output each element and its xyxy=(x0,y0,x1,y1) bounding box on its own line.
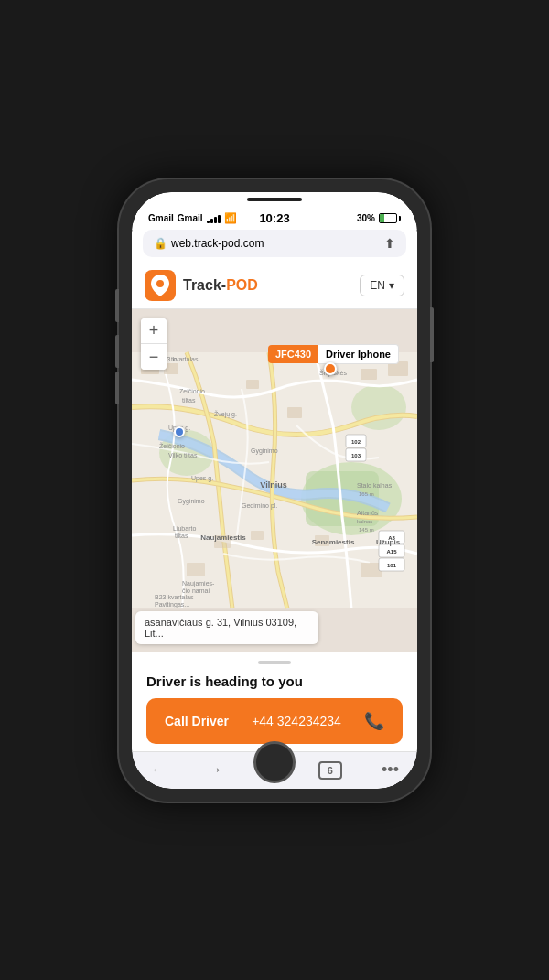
signal-bar-2 xyxy=(210,219,213,223)
svg-text:Gyginimo: Gyginimo xyxy=(251,447,278,455)
map-controls[interactable]: + − xyxy=(141,318,167,370)
svg-rect-11 xyxy=(287,407,302,418)
lang-label: EN xyxy=(370,279,385,292)
svg-text:tiltas: tiltas xyxy=(175,533,188,539)
svg-text:tiltas: tiltas xyxy=(182,397,196,404)
driver-name: Iphone xyxy=(358,349,391,360)
svg-text:Gedimino pl.: Gedimino pl. xyxy=(242,502,277,510)
svg-text:Upes g.: Upes g. xyxy=(191,475,213,482)
battery-indicator xyxy=(379,213,401,223)
svg-text:101: 101 xyxy=(387,563,397,568)
nav-tabs-badge[interactable]: 6 xyxy=(318,761,342,780)
zoom-out-button[interactable]: − xyxy=(141,344,167,370)
svg-text:kalnas: kalnas xyxy=(357,519,372,524)
svg-rect-14 xyxy=(187,563,205,576)
call-driver-number: +44 324234234 xyxy=(252,714,341,728)
address-tooltip: asanavičiaus g. 31, Vilnius 03109, Lit..… xyxy=(135,611,414,644)
logo-pod: POD xyxy=(226,277,258,293)
status-time: 10:23 xyxy=(259,211,289,225)
status-right: 30% xyxy=(357,213,401,223)
svg-text:Senamiestis: Senamiestis xyxy=(312,538,355,546)
svg-text:B23 kvartalas: B23 kvartalas xyxy=(155,594,194,600)
battery-body xyxy=(379,213,397,223)
svg-rect-10 xyxy=(246,380,259,389)
driver-label: Driver xyxy=(326,349,355,360)
logo-icon xyxy=(145,270,176,301)
url-text: 🔒 web.track-pod.com xyxy=(154,237,264,250)
signal-bar-3 xyxy=(214,217,217,223)
address-box: asanavičiaus g. 31, Vilnius 03109, Lit..… xyxy=(135,611,318,644)
svg-point-0 xyxy=(156,280,164,287)
tabs-count: 6 xyxy=(328,765,333,776)
svg-text:145 m: 145 m xyxy=(359,527,374,533)
svg-rect-9 xyxy=(361,369,377,380)
svg-text:Pavitingas...: Pavitingas... xyxy=(155,601,189,608)
vehicle-location-pin xyxy=(324,362,337,375)
svg-text:Naujamies-: Naujamies- xyxy=(182,580,215,587)
carrier-text: Gmail xyxy=(148,213,174,223)
svg-text:Aitanūs: Aitanūs xyxy=(357,510,379,516)
share-icon[interactable]: ⬆ xyxy=(384,236,395,251)
driver-status-text: Driver is heading to you xyxy=(146,673,403,689)
url-address: web.track-pod.com xyxy=(171,237,264,250)
call-driver-label: Call Driver xyxy=(165,714,229,728)
app-header: Track-POD EN ▾ xyxy=(132,263,417,309)
svg-text:Gyginimo: Gyginimo xyxy=(178,498,205,505)
nav-forward-button[interactable]: → xyxy=(206,760,222,780)
chevron-down-icon: ▾ xyxy=(389,279,394,292)
nav-back-button[interactable]: ← xyxy=(150,760,167,780)
user-location-dot xyxy=(174,426,185,437)
svg-text:Žvejų g.: Žvejų g. xyxy=(214,410,237,418)
svg-text:165 m: 165 m xyxy=(359,491,374,497)
svg-text:Žeičionio: Žeičionio xyxy=(159,442,185,449)
svg-text:102: 102 xyxy=(351,439,361,445)
language-button[interactable]: EN ▾ xyxy=(360,275,404,296)
wifi-icon: 📶 xyxy=(224,212,237,224)
phone-screen: Gmail Gmail 📶 10:23 30% xyxy=(132,192,417,789)
phone-call-icon: 📞 xyxy=(364,711,384,731)
bottom-panel: Driver is heading to you Call Driver +44… xyxy=(132,652,417,751)
svg-text:Naujamiestis: Naujamiestis xyxy=(200,533,246,542)
screen-content: Gmail Gmail 📶 10:23 30% xyxy=(132,192,417,789)
carrier-label: Gmail xyxy=(178,213,203,223)
call-driver-button[interactable]: Call Driver +44 324234234 📞 xyxy=(146,698,403,744)
svg-text:čio namai: čio namai xyxy=(182,587,210,594)
logo-text: Track-POD xyxy=(183,277,258,294)
battery-tip xyxy=(399,216,401,221)
logo-area: Track-POD xyxy=(145,270,258,301)
lock-icon: 🔒 xyxy=(154,237,167,250)
svg-text:Vilnius: Vilnius xyxy=(260,480,286,490)
svg-text:Liubarto: Liubarto xyxy=(173,525,196,532)
driver-tag: Driver Iphone xyxy=(318,344,399,364)
zoom-in-button[interactable]: + xyxy=(141,318,167,344)
svg-text:A15: A15 xyxy=(386,549,397,555)
signal-bar-1 xyxy=(207,221,210,223)
signal-bars xyxy=(207,213,221,223)
status-left: Gmail Gmail 📶 xyxy=(148,212,237,224)
map-area[interactable]: A3 A15 101 102 103 Stalo kalnas 165 m Ai… xyxy=(132,309,417,652)
signal-bar-4 xyxy=(218,215,221,223)
svg-text:Vilko tiltas: Vilko tiltas xyxy=(168,452,198,458)
vehicle-label: JFC430 Driver Iphone xyxy=(268,344,399,364)
battery-percent: 30% xyxy=(357,213,375,223)
nav-more-button[interactable]: ••• xyxy=(382,760,399,780)
address-text: asanavičiaus g. 31, Vilnius 03109, Lit..… xyxy=(145,617,296,639)
vehicle-id-tag: JFC430 xyxy=(268,345,318,363)
home-button[interactable] xyxy=(253,741,296,783)
logo-track: Track- xyxy=(183,277,226,293)
phone-device: Gmail Gmail 📶 10:23 30% xyxy=(119,179,430,802)
svg-text:Stalo kalnas: Stalo kalnas xyxy=(357,482,393,489)
status-bar: Gmail Gmail 📶 10:23 30% xyxy=(132,203,417,230)
notch xyxy=(132,192,417,203)
drag-handle[interactable] xyxy=(258,661,291,664)
url-bar[interactable]: 🔒 web.track-pod.com ⬆ xyxy=(143,230,406,257)
svg-text:Užupis: Užupis xyxy=(376,538,401,546)
speaker-bar xyxy=(247,198,302,201)
svg-rect-13 xyxy=(251,531,264,540)
svg-text:Zeičionio: Zeičionio xyxy=(179,388,205,394)
battery-fill xyxy=(380,214,384,222)
svg-text:103: 103 xyxy=(351,453,361,458)
